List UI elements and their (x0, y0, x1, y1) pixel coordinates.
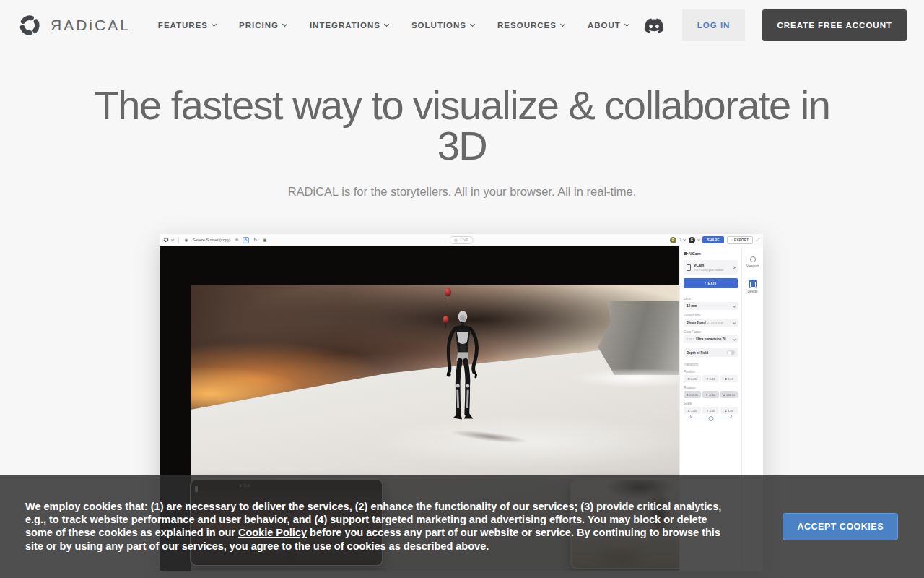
hero-section: The fastest way to visualize & collabora… (0, 85, 924, 199)
accept-cookies-button[interactable]: ACCEPT COOKIES (783, 513, 898, 540)
chevron-down-icon (470, 22, 475, 27)
transform-label: Transform (684, 363, 738, 366)
create-free-account-button[interactable]: CREATE FREE ACCOUNT (762, 9, 907, 41)
scale-fields: X1.00 Y1.00 Z1.00 (684, 407, 738, 414)
rotation-label: Rotation (684, 386, 738, 389)
scale-y-field[interactable]: Y1.00 (702, 407, 720, 414)
toolbar-right: P 1 G SHARE ↑ EXPORT ⤢ (670, 236, 759, 244)
depth-of-field-row: Depth of Field (684, 348, 738, 357)
page: ЯADiCAL FEATURES PRICING INTEGRATIONS SO… (0, 0, 924, 578)
design-icon (749, 280, 757, 288)
cookie-policy-link[interactable]: Cookie Policy (238, 527, 307, 538)
scale-z-field[interactable]: Z1.00 (720, 407, 738, 414)
rotation-z-field[interactable]: Z168.32 (720, 391, 738, 398)
crop-factor-select[interactable]: 2.74:1 Ultra panavision 70 (684, 335, 738, 343)
orbit-tool-icon[interactable]: ↻ (252, 237, 258, 243)
chevron-down-icon (282, 22, 287, 27)
live-count-badge: 5 (454, 238, 458, 243)
hero-subtitle: RADiCAL is for the storytellers. All in … (0, 185, 924, 199)
vcam-mobile-card[interactable]: VCam Try it using your mobile (684, 260, 738, 275)
globe-icon: ◉ (183, 237, 190, 243)
nav-features[interactable]: FEATURES (158, 21, 216, 30)
snap-tool-icon[interactable]: ⟲ (233, 237, 240, 243)
cookie-banner: We employ cookies that: (1) are necessar… (0, 475, 924, 578)
red-balloon (445, 288, 451, 296)
chevron-down-icon (212, 22, 217, 27)
chevron-down-icon (733, 321, 736, 324)
page-title: The fastest way to visualize & collabora… (0, 85, 924, 166)
radical-logo-icon (17, 13, 42, 38)
scale-label: Scale (684, 402, 738, 405)
crop-factor-label: Crop Factor (684, 330, 738, 334)
scale-link-toggle[interactable] (690, 415, 732, 418)
sensor-size-label: Sensor size (684, 314, 738, 317)
depth-of-field-toggle[interactable] (727, 350, 735, 355)
chevron-down-icon (384, 22, 389, 27)
app-toolbar: ◉ Severe Sunset (copy) ⟲ ↖ ↻ ▣ 5 LIVE P … (160, 234, 763, 246)
rail-design-tab[interactable]: Design (747, 280, 757, 293)
cookie-text: We employ cookies that: (1) are necessar… (25, 500, 731, 553)
red-balloon (443, 316, 449, 323)
rotation-fields: X159.35 Y-2.04 Z168.32 (684, 391, 738, 398)
scale-x-field[interactable]: X1.00 (684, 407, 701, 414)
sensor-size-select[interactable]: 35mm 2-perf 21.95 X 9.35 (684, 319, 738, 327)
vcam-panel-header: VCam (684, 251, 738, 256)
position-label: Position (684, 370, 738, 374)
upload-icon: ↑ (731, 238, 733, 242)
live-indicator[interactable]: 5 LIVE (450, 236, 474, 244)
position-x-field[interactable]: X0.25 (684, 375, 701, 382)
export-button[interactable]: ↑ EXPORT (727, 236, 753, 244)
chevron-down-icon (733, 304, 736, 307)
rotation-x-field[interactable]: X159.35 (684, 391, 701, 398)
chevron-right-icon (732, 266, 735, 269)
rotation-y-field[interactable]: Y-2.04 (702, 391, 720, 398)
chevron-down-icon (733, 337, 736, 340)
rail-viewport-tab[interactable]: Viewport (746, 256, 759, 268)
position-z-field[interactable]: Z2.19 (720, 375, 738, 382)
nav-integrations[interactable]: INTEGRATIONS (310, 21, 388, 30)
select-tool-icon[interactable]: ↖ (243, 237, 249, 243)
nav-resources[interactable]: RESOURCES (497, 21, 565, 30)
cliff-snow (571, 369, 679, 391)
frame-tool-icon[interactable]: ▣ (261, 237, 268, 243)
phone-icon (687, 264, 691, 271)
discord-icon[interactable] (643, 17, 665, 34)
divider (178, 237, 179, 243)
scene-name[interactable]: Severe Sunset (copy) (193, 238, 231, 242)
log-in-button[interactable]: LOG IN (682, 9, 746, 41)
nav-pricing[interactable]: PRICING (239, 21, 287, 30)
viewport-icon (750, 256, 756, 262)
camera-icon (684, 252, 687, 255)
chevron-down-icon (624, 22, 629, 27)
brand-logo[interactable]: ЯADiCAL (17, 13, 131, 38)
avatar[interactable]: P (670, 237, 676, 243)
nav-solutions[interactable]: SOLUTIONS (411, 21, 474, 30)
brand-name: ЯADiCAL (51, 17, 131, 34)
lens-label: Lens (684, 297, 738, 301)
lens-select[interactable]: 12 mm (684, 302, 738, 310)
participant-count: 1 (679, 238, 681, 242)
app-logo-icon (163, 237, 169, 243)
fullscreen-icon[interactable]: ⤢ (756, 238, 759, 243)
vcam-exit-mode-button[interactable]: ↑ EXIT (684, 278, 738, 288)
chevron-down-icon[interactable] (171, 238, 174, 241)
site-header: ЯADiCAL FEATURES PRICING INTEGRATIONS SO… (0, 0, 924, 51)
chevron-down-icon[interactable] (697, 238, 700, 241)
live-label: LIVE (461, 238, 469, 242)
position-y-field[interactable]: Y0.48 (702, 375, 720, 382)
avatar[interactable]: G (689, 237, 695, 243)
position-fields: X0.25 Y0.48 Z2.19 (684, 375, 738, 382)
share-button[interactable]: SHARE (702, 236, 723, 243)
main-nav: FEATURES PRICING INTEGRATIONS SOLUTIONS … (158, 21, 629, 30)
chevron-down-icon (560, 22, 565, 27)
upload-icon: ↑ (705, 281, 707, 285)
nav-about[interactable]: ABOUT (588, 21, 629, 30)
robot-character (441, 308, 483, 443)
chevron-down-icon[interactable] (684, 238, 687, 241)
header-actions: LOG IN CREATE FREE ACCOUNT (643, 9, 907, 41)
